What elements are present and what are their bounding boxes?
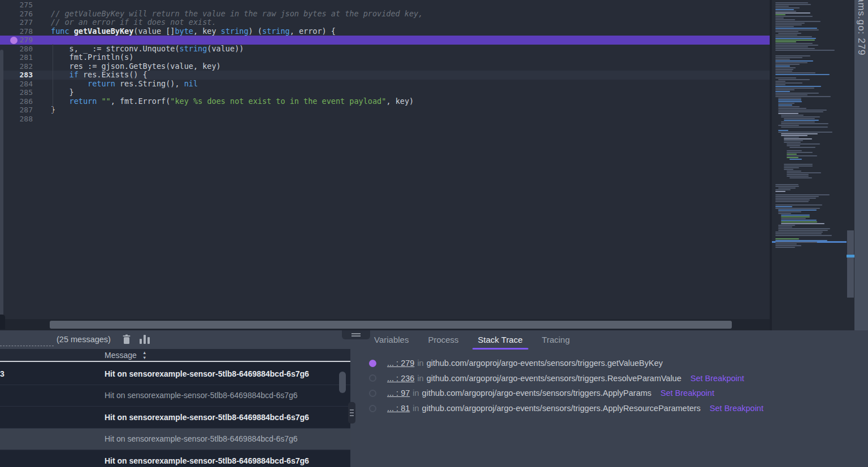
code-line-283[interactable]: 283 if res.Exists() { [0, 71, 770, 80]
code-line-287[interactable]: 287} [0, 106, 770, 115]
minimap-code-line [778, 211, 801, 212]
minimap-code-line [775, 201, 809, 202]
line-number[interactable]: 275 [0, 1, 44, 10]
minimap-code-line [775, 84, 785, 85]
line-number[interactable]: 288 [0, 115, 44, 124]
sort-icon[interactable]: ▲▼ [142, 350, 146, 360]
code-line-286[interactable]: 286 return "", fmt.Errorf("key %s does n… [0, 97, 770, 106]
frame-location: github.com/argoproj/argo-events/sensors/… [427, 359, 663, 368]
minimap-code-line [781, 215, 810, 216]
line-number[interactable]: 282 [0, 62, 44, 71]
code-line-278[interactable]: 278func getValueByKey(value []byte, key … [0, 27, 770, 36]
line-number[interactable]: 280 [0, 45, 44, 54]
minimap-code-line [778, 187, 796, 189]
frame-line-link[interactable]: ... : 279 [387, 359, 414, 368]
code-editor[interactable]: 275276// getValueByKey will return the v… [0, 0, 770, 319]
file-label-strip[interactable]: ams.go: 279 [854, 0, 868, 334]
code-line-279[interactable]: 279 [0, 36, 770, 45]
code-text: return "", fmt.Errorf("key %s does not e… [44, 97, 414, 106]
delete-messages-icon[interactable] [122, 334, 131, 344]
tab-stack-trace[interactable]: Stack Trace [477, 331, 524, 348]
messages-scrollbar-thumb[interactable] [339, 372, 346, 393]
horizontal-scrollbar-thumb[interactable] [50, 321, 732, 329]
message-column-header[interactable]: Message [105, 351, 137, 360]
chart-view-icon[interactable] [140, 335, 150, 344]
minimap-code-line [778, 225, 795, 226]
line-number[interactable]: 284 [0, 80, 44, 89]
minimap-code-line [784, 118, 815, 119]
minimap-code-line [775, 204, 822, 206]
minimap-code-line [784, 137, 799, 138]
tab-variables[interactable]: Variables [373, 331, 410, 348]
active-frame-breakpoint-icon[interactable] [369, 360, 376, 367]
code-line-276[interactable]: 276// getValueByKey will return the valu… [0, 10, 770, 19]
minimap-code-line [775, 6, 789, 7]
code-line-280[interactable]: 280 s, _ := strconv.Unquote(string(value… [0, 45, 770, 54]
minimap-code-line [775, 4, 811, 5]
frame-circle-icon[interactable] [369, 390, 376, 397]
minimap-code-line [778, 111, 823, 112]
frame-line-link[interactable]: ... : 236 [387, 374, 414, 383]
line-number[interactable]: 286 [0, 97, 44, 106]
frame-circle-icon[interactable] [369, 374, 376, 382]
messages-table-header[interactable]: Message ▲▼ [0, 349, 350, 362]
stack-frame-row: ... : 97ingithub.com/argoproj/argo-event… [350, 386, 868, 401]
frame-line-link[interactable]: ... : 81 [387, 404, 410, 413]
code-line-277[interactable]: 277// or an error if it does not exist. [0, 18, 770, 27]
line-number[interactable]: 285 [0, 88, 44, 97]
minimap-code-line [781, 216, 810, 217]
code-line-281[interactable]: 281 fmt.Println(s) [0, 53, 770, 62]
line-number[interactable]: 279 [0, 36, 44, 45]
code-minimap[interactable] [772, 0, 847, 330]
code-text: fmt.Println(s) [44, 53, 133, 62]
code-line-275[interactable]: 275 [0, 1, 770, 10]
minimap-code-line [775, 19, 795, 20]
tab-process[interactable]: Process [427, 331, 459, 348]
minimap-code-line [778, 98, 801, 99]
frame-circle-icon[interactable] [369, 405, 376, 412]
indent-guide [53, 44, 53, 114]
minimap-code-line [775, 12, 810, 14]
left-edge-scrollbar[interactable] [0, 50, 3, 319]
vertical-scrollbar-thumb[interactable] [847, 230, 854, 298]
minimap-code-line [775, 233, 822, 234]
minimap-code-line [775, 232, 823, 233]
minimap-code-line [775, 235, 832, 236]
minimap-code-line [789, 147, 815, 148]
minimap-code-line [781, 123, 828, 124]
message-row[interactable]: Hit on sensorexample-sensor-5tlb8-646988… [0, 450, 350, 467]
minimap-code-line [775, 46, 808, 47]
minimap-code-line [775, 198, 816, 199]
minimap-code-line [784, 165, 813, 167]
line-number[interactable]: 287 [0, 106, 44, 115]
line-number[interactable]: 278 [0, 27, 44, 36]
line-number[interactable]: 276 [0, 10, 44, 19]
code-line-284[interactable]: 284 return res.String(), nil [0, 80, 770, 89]
message-row[interactable]: 3Hit on sensorexample-sensor-5tlb8-64698… [0, 363, 350, 385]
minimap-code-line [775, 62, 808, 63]
set-breakpoint-link[interactable]: Set Breakpoint [691, 374, 744, 383]
line-number[interactable]: 277 [0, 18, 44, 27]
code-line-282[interactable]: 282 res := gjson.GetBytes(value, key) [0, 62, 770, 71]
message-filter-input[interactable] [0, 346, 54, 346]
line-number[interactable]: 281 [0, 53, 44, 62]
inspector-panel: VariablesProcessStack TraceTracing ... :… [350, 330, 868, 467]
set-breakpoint-link[interactable]: Set Breakpoint [661, 389, 714, 398]
minimap-code-line [787, 174, 809, 175]
minimap-code-line [787, 176, 809, 177]
breakpoint-dot-icon[interactable] [10, 37, 18, 44]
minimap-code-line [775, 28, 817, 29]
frame-line-link[interactable]: ... : 97 [387, 389, 410, 398]
code-line-285[interactable]: 285 } [0, 88, 770, 97]
message-row[interactable]: Hit on sensorexample-sensor-5tlb8-646988… [0, 385, 350, 407]
minimap-code-line [775, 199, 810, 200]
minimap-code-line [775, 14, 785, 15]
minimap-code-line [775, 206, 792, 207]
message-row[interactable]: Hit on sensorexample-sensor-5tlb8-646988… [0, 407, 350, 429]
set-breakpoint-link[interactable]: Set Breakpoint [710, 404, 763, 413]
code-line-288[interactable]: 288 [0, 115, 770, 124]
message-row[interactable]: Hit on sensorexample-sensor-5tlb8-646988… [0, 429, 350, 451]
tab-tracing[interactable]: Tracing [541, 331, 571, 348]
messages-toolbar: (25 messages) [0, 330, 350, 349]
line-number[interactable]: 283 [0, 71, 44, 80]
